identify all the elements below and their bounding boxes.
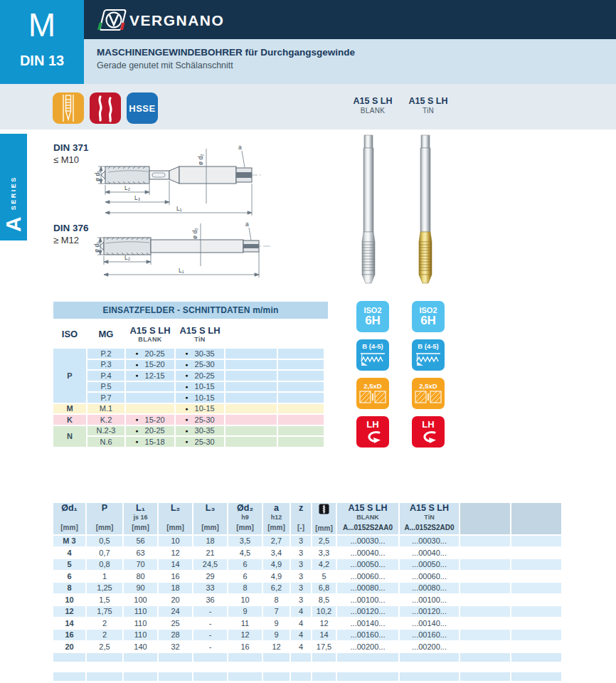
spec-cell: 3: [291, 559, 311, 570]
spec-cell: 63: [124, 548, 157, 558]
chips-icon: [90, 92, 121, 124]
spec-row: 40,76312214,53,433,3...00040......00040.…: [53, 548, 561, 558]
spec-cell: 25: [159, 618, 192, 629]
band-cell: [460, 663, 510, 671]
empty-cell: [278, 349, 324, 359]
dim-label-d2: ø d₂: [197, 154, 204, 165]
spec-cell: 8,5: [312, 595, 336, 605]
page-subtitle: Gerade genutet mit Schälanschnitt: [97, 60, 616, 70]
thread-size-cell: M 3: [53, 536, 85, 546]
vergnano-logo: VERGNANO: [95, 7, 259, 33]
chamfer-badge: B (4-5): [356, 339, 389, 371]
band-cell: [159, 663, 192, 671]
iso-group-label: M: [53, 404, 86, 414]
din-number: DIN 376: [53, 223, 89, 233]
band-cell: [53, 663, 85, 671]
band-cell: [511, 653, 561, 662]
band-cell: [159, 653, 192, 662]
material-group-cell: N.6: [87, 437, 124, 447]
spec-cell: 28: [159, 630, 192, 640]
spec-cell: 1,25: [87, 583, 122, 593]
badge-column: ISO26HB (4-5)2,5xDLH: [356, 301, 389, 448]
empty-cell: [225, 349, 277, 359]
cutting-row: P.5●10-15: [53, 382, 324, 392]
empty-cell: [511, 606, 561, 617]
cutting-speed-value: 25-30: [195, 438, 215, 446]
din-standard: DIN 13: [0, 53, 84, 69]
din-range: ≤ M10: [53, 154, 89, 165]
thread-size-cell: 16: [53, 630, 85, 640]
spec-cell: 2: [87, 618, 122, 629]
spec-cell: ...00050...: [400, 559, 459, 570]
thread-letter: M: [0, 6, 84, 44]
column-header-z: z[-]: [291, 503, 311, 534]
cutting-speed-value: 30-35: [195, 426, 215, 435]
band-cell: [312, 672, 336, 681]
spec-row: 101,5100203610838,5...00100......00100..…: [53, 595, 561, 605]
bullet-dot: ●: [135, 428, 138, 433]
empty-cell: [511, 618, 561, 629]
cutting-row: P.3●15-20●25-30: [53, 360, 324, 370]
material-group-cell: P.2: [87, 349, 124, 359]
empty-cell: [460, 630, 510, 640]
cutting-speed-cell: [126, 382, 174, 392]
spec-cell: 1: [87, 571, 122, 582]
tap-photo-tin: [412, 134, 439, 286]
band-cell: [124, 653, 157, 662]
iso-group-label: P: [53, 349, 86, 403]
tap-drill-icon: [319, 504, 329, 514]
band-cell: [291, 672, 311, 681]
din-range: ≥ M12: [53, 235, 89, 245]
spec-cell: 24: [159, 606, 192, 617]
spec-cell: 12: [312, 618, 336, 629]
spec-cell: 56: [124, 536, 157, 546]
spec-cell: 12: [228, 630, 262, 640]
empty-cell: [278, 393, 324, 403]
spec-cell: 16: [159, 571, 192, 582]
cutting-speed-cell: ●20-25: [176, 371, 224, 381]
empty-cell: [511, 559, 561, 570]
badge-line2: 6H: [365, 314, 381, 327]
bullet-dot: ●: [185, 417, 188, 422]
spec-cell: 18: [193, 536, 227, 546]
feature-icon-band: HSSE A15 S LH BLANK A15 S LH TiN: [0, 84, 616, 129]
column-header-drill-diameter: [mm]: [312, 503, 336, 534]
tolerance-badge: ISO26H: [356, 301, 389, 332]
spec-cell: 140: [124, 642, 157, 652]
cutting-speed-cell: ●15-20: [126, 415, 174, 425]
column-header-P: P[mm]: [87, 503, 122, 534]
spec-cell: ...00140...: [337, 618, 398, 629]
cutting-speed-cell: ●30-35: [176, 426, 224, 436]
page-title: MASCHINENGEWINDEBOHRER für Durchgangsgew…: [97, 47, 616, 58]
spec-cell: 12: [263, 642, 290, 652]
band-cell: [400, 672, 459, 681]
din-376-label: DIN 376 ≥ M12: [53, 223, 89, 245]
catalog-page: M DIN 13 VERGNANO MASCHINENGEWINDEBOHRER…: [0, 0, 616, 683]
cutting-speed-cell: ●25-30: [176, 415, 224, 425]
cutting-speed-cell: ●20-25: [126, 349, 174, 359]
cutting-speed-cell: [126, 404, 174, 414]
dim-label-l1: L₁: [176, 205, 182, 212]
spec-cell: 100: [124, 595, 157, 605]
spec-cell: ...00040...: [337, 548, 398, 558]
variant-finish: TiN: [389, 107, 467, 115]
band-cell: [228, 663, 262, 671]
thread-size-cell: 5: [53, 559, 85, 570]
col-header-tin: A15 S LH TiN: [176, 320, 224, 347]
spec-cell: ...00120...: [337, 606, 398, 617]
material-group-cell: P.4: [87, 371, 124, 381]
spec-cell: 110: [124, 606, 157, 617]
logo-flag-green: [97, 23, 102, 30]
band-cell: [228, 672, 262, 681]
spec-cell: ...00160...: [400, 630, 459, 640]
spec-row: 6180162964,935...00060......00060...: [53, 571, 561, 582]
band-cell: [124, 663, 157, 671]
spec-cell: ...00030...: [400, 536, 459, 546]
cutting-speed-value: 10-15: [195, 404, 215, 413]
spec-cell: 2,5: [312, 536, 336, 546]
col-header-iso: ISO: [53, 329, 86, 339]
hsse-label: HSSE: [129, 103, 155, 114]
spec-cell: ...00100...: [337, 595, 398, 605]
empty-cell: [225, 404, 277, 414]
cutting-data-section: EINSATZFELDER - SCHNITTDATEN m/min ISO M…: [53, 302, 328, 448]
